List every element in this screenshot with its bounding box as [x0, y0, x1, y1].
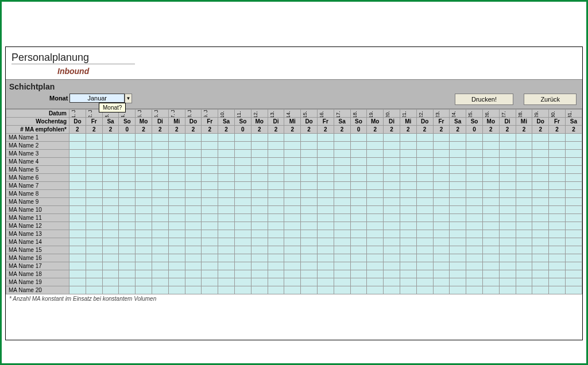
shift-cell[interactable]	[268, 238, 284, 246]
shift-cell[interactable]	[384, 238, 400, 246]
shift-cell[interactable]	[466, 190, 483, 198]
shift-cell[interactable]	[102, 246, 119, 254]
shift-cell[interactable]	[367, 222, 384, 230]
shift-cell[interactable]	[532, 262, 549, 270]
shift-cell[interactable]	[400, 214, 416, 222]
shift-cell[interactable]	[284, 254, 301, 262]
shift-cell[interactable]	[549, 158, 566, 166]
shift-cell[interactable]	[549, 150, 566, 158]
shift-cell[interactable]	[317, 238, 334, 246]
shift-cell[interactable]	[86, 182, 102, 190]
shift-cell[interactable]	[218, 198, 235, 206]
shift-cell[interactable]	[185, 190, 202, 198]
shift-cell[interactable]	[466, 214, 483, 222]
shift-cell[interactable]	[136, 150, 152, 158]
shift-cell[interactable]	[102, 190, 119, 198]
shift-cell[interactable]	[565, 206, 582, 214]
shift-cell[interactable]	[251, 214, 268, 222]
shift-cell[interactable]	[416, 286, 433, 294]
shift-cell[interactable]	[549, 198, 566, 206]
shift-cell[interactable]	[549, 230, 566, 238]
shift-cell[interactable]	[168, 190, 185, 198]
shift-cell[interactable]	[400, 254, 416, 262]
shift-cell[interactable]	[218, 182, 235, 190]
shift-cell[interactable]	[168, 182, 185, 190]
shift-cell[interactable]	[516, 286, 532, 294]
shift-cell[interactable]	[301, 286, 318, 294]
shift-cell[interactable]	[251, 238, 268, 246]
shift-cell[interactable]	[532, 166, 549, 174]
shift-cell[interactable]	[119, 230, 136, 238]
shift-cell[interactable]	[301, 150, 318, 158]
shift-cell[interactable]	[86, 278, 102, 286]
shift-cell[interactable]	[367, 166, 384, 174]
shift-cell[interactable]	[433, 150, 450, 158]
shift-cell[interactable]	[334, 238, 350, 246]
shift-cell[interactable]	[416, 262, 433, 270]
shift-cell[interactable]	[268, 182, 284, 190]
shift-cell[interactable]	[152, 158, 168, 166]
shift-cell[interactable]	[549, 190, 566, 198]
shift-cell[interactable]	[499, 262, 516, 270]
shift-cell[interactable]	[433, 238, 450, 246]
shift-cell[interactable]	[532, 286, 549, 294]
shift-cell[interactable]	[136, 278, 152, 286]
shift-cell[interactable]	[69, 198, 86, 206]
shift-cell[interactable]	[119, 278, 136, 286]
shift-cell[interactable]	[185, 142, 202, 150]
shift-cell[interactable]	[334, 270, 350, 278]
shift-cell[interactable]	[69, 278, 86, 286]
shift-cell[interactable]	[136, 158, 152, 166]
shift-cell[interactable]	[136, 262, 152, 270]
shift-cell[interactable]	[466, 182, 483, 190]
shift-cell[interactable]	[482, 286, 499, 294]
shift-cell[interactable]	[202, 206, 218, 214]
shift-cell[interactable]	[433, 214, 450, 222]
shift-cell[interactable]	[69, 230, 86, 238]
shift-cell[interactable]	[433, 142, 450, 150]
shift-cell[interactable]	[549, 214, 566, 222]
shift-cell[interactable]	[416, 230, 433, 238]
shift-cell[interactable]	[168, 286, 185, 294]
shift-cell[interactable]	[350, 214, 367, 222]
shift-cell[interactable]	[119, 198, 136, 206]
shift-cell[interactable]	[102, 254, 119, 262]
shift-cell[interactable]	[185, 222, 202, 230]
shift-cell[interactable]	[384, 150, 400, 158]
shift-cell[interactable]	[400, 238, 416, 246]
shift-cell[interactable]	[384, 278, 400, 286]
shift-cell[interactable]	[69, 206, 86, 214]
shift-cell[interactable]	[168, 254, 185, 262]
shift-cell[interactable]	[334, 198, 350, 206]
shift-cell[interactable]	[301, 238, 318, 246]
shift-cell[interactable]	[516, 262, 532, 270]
shift-cell[interactable]	[400, 174, 416, 182]
shift-cell[interactable]	[152, 254, 168, 262]
shift-cell[interactable]	[367, 150, 384, 158]
shift-cell[interactable]	[136, 246, 152, 254]
shift-cell[interactable]	[499, 206, 516, 214]
shift-cell[interactable]	[251, 254, 268, 262]
shift-cell[interactable]	[301, 134, 318, 142]
shift-cell[interactable]	[234, 182, 251, 190]
shift-cell[interactable]	[268, 198, 284, 206]
shift-cell[interactable]	[433, 230, 450, 238]
shift-cell[interactable]	[565, 190, 582, 198]
shift-cell[interactable]	[499, 286, 516, 294]
shift-cell[interactable]	[268, 286, 284, 294]
shift-cell[interactable]	[565, 262, 582, 270]
shift-cell[interactable]	[202, 238, 218, 246]
shift-cell[interactable]	[251, 166, 268, 174]
shift-cell[interactable]	[466, 254, 483, 262]
shift-cell[interactable]	[69, 134, 86, 142]
shift-cell[interactable]	[482, 174, 499, 182]
shift-cell[interactable]	[86, 214, 102, 222]
shift-cell[interactable]	[136, 222, 152, 230]
shift-cell[interactable]	[384, 222, 400, 230]
shift-cell[interactable]	[334, 150, 350, 158]
shift-cell[interactable]	[334, 158, 350, 166]
shift-cell[interactable]	[152, 246, 168, 254]
shift-cell[interactable]	[202, 174, 218, 182]
shift-cell[interactable]	[416, 254, 433, 262]
shift-cell[interactable]	[416, 222, 433, 230]
